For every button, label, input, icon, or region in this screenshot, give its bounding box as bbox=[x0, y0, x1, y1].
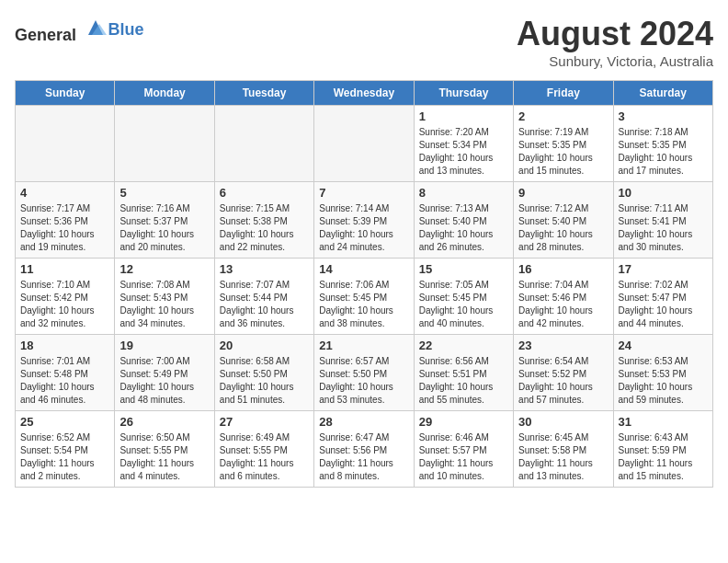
calendar-week-4: 18Sunrise: 7:01 AMSunset: 5:48 PMDayligh… bbox=[16, 335, 713, 411]
calendar-cell: 4Sunrise: 7:17 AMSunset: 5:36 PMDaylight… bbox=[16, 182, 115, 259]
day-info: Sunrise: 7:04 AMSunset: 5:46 PMDaylight:… bbox=[518, 279, 608, 330]
day-info: Sunrise: 7:13 AMSunset: 5:40 PMDaylight:… bbox=[419, 202, 508, 254]
day-number: 11 bbox=[20, 262, 109, 276]
weekday-monday: Monday bbox=[115, 81, 214, 106]
day-info: Sunrise: 7:16 AMSunset: 5:37 PMDaylight:… bbox=[119, 202, 209, 254]
day-number: 30 bbox=[518, 415, 608, 429]
calendar-cell: 21Sunrise: 6:57 AMSunset: 5:50 PMDayligh… bbox=[314, 335, 414, 411]
title-block: August 2024 Sunbury, Victoria, Australia bbox=[517, 15, 713, 69]
calendar-cell: 14Sunrise: 7:06 AMSunset: 5:45 PMDayligh… bbox=[314, 259, 414, 335]
calendar-week-1: 1Sunrise: 7:20 AMSunset: 5:34 PMDaylight… bbox=[16, 106, 713, 182]
day-number: 8 bbox=[419, 186, 508, 200]
day-number: 6 bbox=[220, 186, 309, 200]
day-info: Sunrise: 7:14 AMSunset: 5:39 PMDaylight:… bbox=[319, 202, 408, 254]
day-number: 29 bbox=[419, 415, 508, 429]
day-number: 3 bbox=[619, 109, 708, 123]
logo-icon bbox=[83, 15, 108, 40]
day-info: Sunrise: 7:05 AMSunset: 5:45 PMDaylight:… bbox=[419, 279, 508, 330]
calendar-cell: 3Sunrise: 7:18 AMSunset: 5:35 PMDaylight… bbox=[613, 106, 712, 182]
day-number: 12 bbox=[119, 262, 209, 276]
calendar-cell: 22Sunrise: 6:56 AMSunset: 5:51 PMDayligh… bbox=[414, 335, 513, 411]
weekday-header-row: SundayMondayTuesdayWednesdayThursdayFrid… bbox=[16, 81, 713, 106]
day-info: Sunrise: 6:54 AMSunset: 5:52 PMDaylight:… bbox=[518, 355, 608, 407]
calendar-cell: 18Sunrise: 7:01 AMSunset: 5:48 PMDayligh… bbox=[16, 335, 115, 411]
day-info: Sunrise: 6:45 AMSunset: 5:58 PMDaylight:… bbox=[518, 431, 608, 483]
day-number: 10 bbox=[619, 186, 708, 200]
calendar-cell: 6Sunrise: 7:15 AMSunset: 5:38 PMDaylight… bbox=[214, 182, 313, 259]
calendar-cell: 17Sunrise: 7:02 AMSunset: 5:47 PMDayligh… bbox=[613, 259, 712, 335]
calendar-cell: 26Sunrise: 6:50 AMSunset: 5:55 PMDayligh… bbox=[115, 411, 214, 488]
day-info: Sunrise: 6:47 AMSunset: 5:56 PMDaylight:… bbox=[319, 431, 408, 483]
calendar-cell: 20Sunrise: 6:58 AMSunset: 5:50 PMDayligh… bbox=[214, 335, 313, 411]
day-info: Sunrise: 7:12 AMSunset: 5:40 PMDaylight:… bbox=[518, 202, 608, 254]
day-info: Sunrise: 7:07 AMSunset: 5:44 PMDaylight:… bbox=[220, 279, 309, 330]
weekday-wednesday: Wednesday bbox=[314, 81, 414, 106]
day-info: Sunrise: 7:01 AMSunset: 5:48 PMDaylight:… bbox=[20, 355, 109, 407]
day-number: 15 bbox=[419, 262, 508, 276]
weekday-thursday: Thursday bbox=[414, 81, 513, 106]
day-number: 21 bbox=[319, 339, 408, 352]
day-info: Sunrise: 7:18 AMSunset: 5:35 PMDaylight:… bbox=[619, 126, 708, 178]
day-info: Sunrise: 6:43 AMSunset: 5:59 PMDaylight:… bbox=[619, 431, 708, 483]
calendar-cell: 28Sunrise: 6:47 AMSunset: 5:56 PMDayligh… bbox=[314, 411, 414, 488]
calendar-cell: 5Sunrise: 7:16 AMSunset: 5:37 PMDaylight… bbox=[115, 182, 214, 259]
day-number: 31 bbox=[619, 415, 708, 429]
calendar-cell: 7Sunrise: 7:14 AMSunset: 5:39 PMDaylight… bbox=[314, 182, 414, 259]
calendar-cell: 30Sunrise: 6:45 AMSunset: 5:58 PMDayligh… bbox=[514, 411, 613, 488]
day-info: Sunrise: 7:02 AMSunset: 5:47 PMDaylight:… bbox=[619, 279, 708, 330]
day-number: 23 bbox=[518, 339, 608, 352]
calendar-cell: 9Sunrise: 7:12 AMSunset: 5:40 PMDaylight… bbox=[514, 182, 613, 259]
day-number: 14 bbox=[319, 262, 408, 276]
day-info: Sunrise: 7:00 AMSunset: 5:49 PMDaylight:… bbox=[119, 355, 209, 407]
day-number: 5 bbox=[119, 186, 209, 200]
calendar-cell: 13Sunrise: 7:07 AMSunset: 5:44 PMDayligh… bbox=[214, 259, 313, 335]
calendar-cell: 12Sunrise: 7:08 AMSunset: 5:43 PMDayligh… bbox=[115, 259, 214, 335]
day-info: Sunrise: 6:57 AMSunset: 5:50 PMDaylight:… bbox=[319, 355, 408, 407]
logo-general-text: General bbox=[15, 15, 108, 45]
day-number: 7 bbox=[319, 186, 408, 200]
day-number: 16 bbox=[518, 262, 608, 276]
day-number: 27 bbox=[220, 415, 309, 429]
calendar-cell bbox=[214, 106, 313, 182]
day-number: 25 bbox=[20, 415, 109, 429]
day-info: Sunrise: 7:19 AMSunset: 5:35 PMDaylight:… bbox=[518, 126, 608, 178]
day-number: 22 bbox=[419, 339, 508, 352]
weekday-friday: Friday bbox=[514, 81, 613, 106]
calendar-week-3: 11Sunrise: 7:10 AMSunset: 5:42 PMDayligh… bbox=[16, 259, 713, 335]
calendar-cell bbox=[314, 106, 414, 182]
calendar-cell: 24Sunrise: 6:53 AMSunset: 5:53 PMDayligh… bbox=[613, 335, 712, 411]
day-number: 4 bbox=[20, 186, 109, 200]
calendar-cell: 11Sunrise: 7:10 AMSunset: 5:42 PMDayligh… bbox=[16, 259, 115, 335]
calendar-week-5: 25Sunrise: 6:52 AMSunset: 5:54 PMDayligh… bbox=[16, 411, 713, 488]
calendar-cell: 8Sunrise: 7:13 AMSunset: 5:40 PMDaylight… bbox=[414, 182, 513, 259]
day-info: Sunrise: 6:52 AMSunset: 5:54 PMDaylight:… bbox=[20, 431, 109, 483]
day-info: Sunrise: 7:06 AMSunset: 5:45 PMDaylight:… bbox=[319, 279, 408, 330]
day-info: Sunrise: 6:50 AMSunset: 5:55 PMDaylight:… bbox=[119, 431, 209, 483]
day-info: Sunrise: 6:53 AMSunset: 5:53 PMDaylight:… bbox=[619, 355, 708, 407]
calendar-cell: 10Sunrise: 7:11 AMSunset: 5:41 PMDayligh… bbox=[613, 182, 712, 259]
day-info: Sunrise: 7:20 AMSunset: 5:34 PMDaylight:… bbox=[419, 126, 508, 178]
day-info: Sunrise: 6:46 AMSunset: 5:57 PMDaylight:… bbox=[419, 431, 508, 483]
day-info: Sunrise: 6:58 AMSunset: 5:50 PMDaylight:… bbox=[220, 355, 309, 407]
day-info: Sunrise: 6:56 AMSunset: 5:51 PMDaylight:… bbox=[419, 355, 508, 407]
day-number: 20 bbox=[220, 339, 309, 352]
day-info: Sunrise: 6:49 AMSunset: 5:55 PMDaylight:… bbox=[220, 431, 309, 483]
calendar-cell: 15Sunrise: 7:05 AMSunset: 5:45 PMDayligh… bbox=[414, 259, 513, 335]
weekday-tuesday: Tuesday bbox=[214, 81, 313, 106]
day-number: 24 bbox=[619, 339, 708, 352]
day-number: 28 bbox=[319, 415, 408, 429]
calendar-cell bbox=[115, 106, 214, 182]
page-header: General Blue August 2024 Sunbury, Victor… bbox=[15, 15, 713, 69]
day-info: Sunrise: 7:11 AMSunset: 5:41 PMDaylight:… bbox=[619, 202, 708, 254]
day-number: 13 bbox=[220, 262, 309, 276]
calendar-cell: 16Sunrise: 7:04 AMSunset: 5:46 PMDayligh… bbox=[514, 259, 613, 335]
calendar-cell bbox=[16, 106, 115, 182]
day-info: Sunrise: 7:08 AMSunset: 5:43 PMDaylight:… bbox=[119, 279, 209, 330]
day-number: 1 bbox=[419, 109, 508, 123]
month-title: August 2024 bbox=[517, 15, 713, 53]
calendar-cell: 1Sunrise: 7:20 AMSunset: 5:34 PMDaylight… bbox=[414, 106, 513, 182]
calendar-week-2: 4Sunrise: 7:17 AMSunset: 5:36 PMDaylight… bbox=[16, 182, 713, 259]
logo: General Blue bbox=[15, 15, 144, 45]
day-info: Sunrise: 7:10 AMSunset: 5:42 PMDaylight:… bbox=[20, 279, 109, 330]
day-info: Sunrise: 7:15 AMSunset: 5:38 PMDaylight:… bbox=[220, 202, 309, 254]
